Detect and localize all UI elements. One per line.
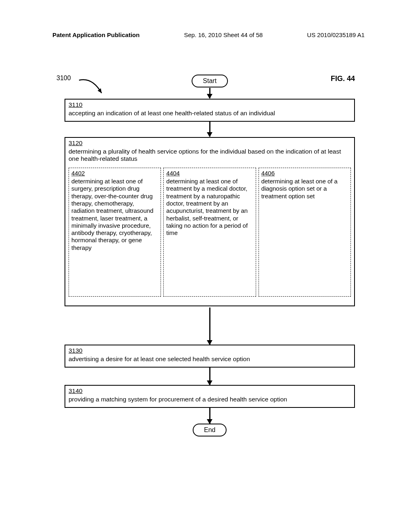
step-3120: 3120 determining a plurality of health s… — [65, 137, 355, 306]
substep-text: determining at least one of treatment by… — [166, 178, 248, 236]
sub-option-row: 4402 determining at least one of surgery… — [69, 168, 351, 297]
step-text: advertising a desire for at least one se… — [69, 355, 250, 362]
substep-text: determining at least one of a diagnosis … — [261, 178, 338, 200]
substep-number: 4404 — [166, 170, 253, 177]
substep-4404: 4404 determining at least one of treatme… — [163, 168, 256, 297]
header-right: US 2010/0235189 A1 — [307, 31, 365, 38]
step-text: accepting an indication of at least one … — [69, 110, 275, 116]
step-text: determining a plurality of health servic… — [69, 148, 341, 162]
flow-arrow-icon — [209, 308, 211, 345]
step-number: 3110 — [69, 101, 351, 109]
flow-arrow-icon — [209, 88, 211, 98]
step-number: 3120 — [69, 139, 351, 147]
step-number: 3140 — [69, 387, 351, 395]
flow-arrow-icon — [209, 407, 211, 424]
reference-number: 3100 — [56, 75, 71, 82]
flow-arrow-icon — [209, 121, 211, 137]
reference-arrow-icon — [78, 78, 106, 98]
flow-arrow-icon — [209, 367, 211, 385]
step-text: providing a matching system for procurem… — [69, 396, 287, 403]
step-3130: 3130 advertising a desire for at least o… — [65, 345, 355, 368]
substep-number: 4402 — [71, 170, 158, 177]
step-3140: 3140 providing a matching system for pro… — [65, 385, 355, 408]
svg-marker-0 — [98, 88, 102, 93]
header-left: Patent Application Publication — [52, 31, 140, 38]
end-terminator: End — [193, 424, 227, 436]
start-terminator: Start — [192, 75, 228, 87]
substep-number: 4406 — [261, 170, 348, 177]
step-3110: 3110 accepting an indication of at least… — [65, 99, 355, 122]
substep-4406: 4406 determining at least one of a diagn… — [259, 168, 351, 297]
substep-text: determining at least one of surgery, pre… — [71, 178, 153, 251]
step-number: 3130 — [69, 347, 351, 355]
figure-label: FIG. 44 — [331, 75, 355, 83]
header-center: Sep. 16, 2010 Sheet 44 of 58 — [184, 31, 263, 38]
substep-4402: 4402 determining at least one of surgery… — [69, 168, 161, 297]
page-header: Patent Application Publication Sep. 16, … — [0, 31, 413, 38]
